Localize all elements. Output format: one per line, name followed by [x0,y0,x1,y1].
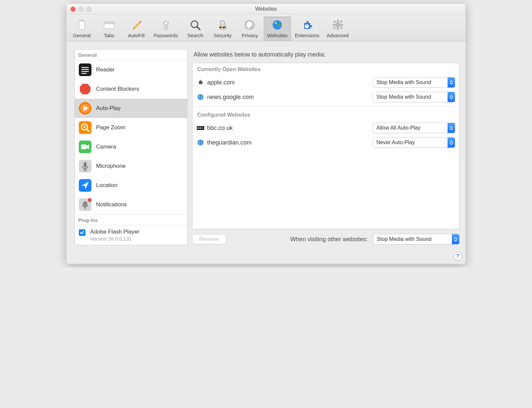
websites-sidebar: General ReaderContent BlockersAuto-PlayP… [74,49,188,245]
remove-button[interactable]: Remove [192,234,226,244]
toolbar-extensions[interactable]: Extensions [292,17,323,41]
pane-header: Allow websites below to automatically pl… [194,51,460,58]
select-arrows-icon [448,123,455,133]
tabs-icon [103,19,115,31]
toolbar-general[interactable]: General [68,17,95,41]
toolbar-label: Extensions [295,33,319,38]
sidebar-section-plugins: Plug-ins [75,214,187,225]
reader-icon [79,63,91,76]
websites-icon [271,19,284,31]
website-setting-select[interactable]: Allow All Auto-Play [373,123,455,133]
panel-footer: Remove When visiting other websites: Sto… [192,229,460,245]
window-title: Websites [66,6,466,12]
default-setting-label: When visiting other websites: [290,236,368,243]
general-icon [75,19,88,31]
plugin-checkbox[interactable] [79,229,85,236]
passwords-icon [160,19,172,31]
sidebar-item-label: Content Blockers [96,86,139,92]
preferences-window: Websites GeneralTabsAutoFillPasswordsSea… [66,3,466,264]
website-row[interactable]: news.google.com Stop Media with Sound [193,90,459,104]
page-zoom-icon [79,121,91,134]
website-setting-value: Allow All Auto-Play [373,125,448,131]
sidebar-item-label: Notifications [96,201,127,208]
website-setting-value: Never Auto-Play [373,140,448,146]
toolbar-label: Search [188,33,203,38]
sidebar-item-notifications[interactable]: Notifications [75,195,187,214]
location-icon [79,179,91,192]
help-button[interactable]: ? [454,252,462,260]
toolbar-autofill[interactable]: AutoFill [123,17,150,41]
toolbar-advanced[interactable]: Advanced [323,17,352,41]
content-blockers-icon [79,83,91,95]
toolbar-tabs[interactable]: Tabs [96,17,122,41]
preferences-toolbar: GeneralTabsAutoFillPasswordsSearchSecuri… [66,15,466,41]
toolbar-label: Privacy [242,33,258,38]
sidebar-item-label: Auto-Play [96,105,121,112]
sidebar-item-label: Page Zoom [96,124,125,131]
sidebar-item-label: Location [96,182,117,189]
apple-icon [197,79,204,86]
toolbar-label: Advanced [327,33,349,38]
auto-play-icon [79,102,91,115]
main-pane: Allow websites below to automatically pl… [192,49,460,245]
plugin-name: Adobe Flash Player [90,229,139,235]
toolbar-label: General [73,33,90,38]
sidebar-section-general: General [75,50,187,60]
plugin-version: Version 26.0.0.131 [90,236,139,242]
toolbar-passwords[interactable]: Passwords [150,17,181,41]
toolbar-label: Security [213,33,231,38]
group-configured-websites: Configured Websites [193,109,459,121]
website-row[interactable]: apple.com Stop Media with Sound [193,75,459,90]
notifications-icon [79,198,91,211]
privacy-icon [243,19,256,31]
toolbar-label: Passwords [154,33,178,38]
select-arrows-icon [448,77,455,87]
sidebar-item-reader[interactable]: Reader [75,60,187,79]
toolbar-security[interactable]: Security [209,17,236,41]
website-setting-value: Stop Media with Sound [373,94,448,100]
microphone-icon [79,160,91,172]
advanced-icon [332,19,344,31]
default-setting-select[interactable]: Stop Media with Sound [373,234,460,245]
website-setting-select[interactable]: Never Auto-Play [373,137,455,148]
sidebar-item-location[interactable]: Location [75,176,187,195]
sidebar-item-microphone[interactable]: Microphone [75,156,187,176]
website-domain: news.google.com [207,94,369,101]
sidebar-item-camera[interactable]: Camera [75,137,187,156]
toolbar-label: Websites [267,33,287,38]
select-arrows-icon [448,92,455,102]
toolbar-label: Tabs [104,33,114,38]
autofill-icon [130,19,143,31]
sidebar-item-label: Reader [96,66,115,73]
plugin-row[interactable]: Adobe Flash Player Version 26.0.0.131 [75,225,187,245]
sidebar-item-page-zoom[interactable]: Page Zoom [75,118,187,137]
select-arrows-icon [452,234,459,244]
sidebar-item-label: Camera [96,144,116,150]
website-domain: bbc.co.uk [207,125,369,132]
default-setting-value: Stop Media with Sound [373,236,452,242]
security-icon [216,19,229,31]
sidebar-item-auto-play[interactable]: Auto-Play [75,99,187,118]
websites-panel: Currently Open Websites apple.com Stop M… [192,63,460,229]
globe-icon [197,94,204,100]
website-row[interactable]: BBC bbc.co.uk Allow All Auto-Play [193,121,459,135]
select-arrows-icon [448,138,455,148]
extensions-icon [301,19,313,31]
group-open-websites: Currently Open Websites [193,63,459,75]
toolbar-websites[interactable]: Websites [264,17,291,41]
website-domain: theguardian.com [207,139,369,146]
website-setting-value: Stop Media with Sound [373,79,448,85]
website-setting-select[interactable]: Stop Media with Sound [373,92,455,102]
titlebar: Websites [66,4,466,15]
website-row[interactable]: theguardian.com Never Auto-Play [193,135,459,150]
toolbar-privacy[interactable]: Privacy [236,17,263,41]
camera-icon [79,141,91,153]
website-setting-select[interactable]: Stop Media with Sound [373,77,455,88]
sidebar-item-content-blockers[interactable]: Content Blockers [75,79,187,99]
toolbar-search[interactable]: Search [182,17,208,41]
divider [193,106,459,107]
toolbar-label: AutoFill [128,33,145,38]
website-domain: apple.com [207,79,369,86]
search-icon [189,19,201,31]
globe-icon [197,139,204,146]
